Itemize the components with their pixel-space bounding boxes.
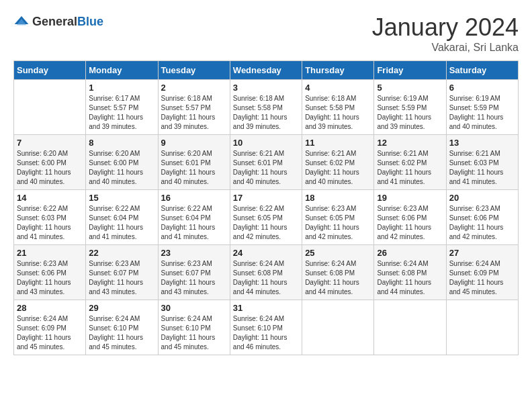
day-info: Sunrise: 6:21 AMSunset: 6:01 PMDaylight:… bbox=[233, 149, 299, 187]
day-number: 18 bbox=[305, 193, 371, 203]
day-number: 6 bbox=[449, 83, 515, 93]
logo: GeneralBlue bbox=[13, 13, 103, 30]
day-number: 2 bbox=[161, 83, 227, 93]
day-info: Sunrise: 6:21 AMSunset: 6:03 PMDaylight:… bbox=[449, 149, 515, 187]
header-tuesday: Tuesday bbox=[158, 61, 230, 80]
day-cell: 9Sunrise: 6:20 AMSunset: 6:01 PMDaylight… bbox=[158, 135, 230, 190]
day-cell bbox=[14, 80, 86, 135]
day-number: 22 bbox=[89, 248, 154, 258]
day-number: 19 bbox=[377, 193, 443, 203]
day-number: 7 bbox=[17, 138, 83, 148]
day-cell bbox=[446, 300, 518, 355]
day-number: 23 bbox=[161, 248, 227, 258]
day-cell: 11Sunrise: 6:21 AMSunset: 6:02 PMDayligh… bbox=[302, 135, 374, 190]
week-row-2: 7Sunrise: 6:20 AMSunset: 6:00 PMDaylight… bbox=[14, 135, 519, 190]
day-number: 28 bbox=[17, 303, 83, 313]
day-cell bbox=[302, 300, 374, 355]
day-info: Sunrise: 6:19 AMSunset: 5:59 PMDaylight:… bbox=[449, 94, 515, 132]
day-number: 21 bbox=[17, 248, 83, 258]
day-number: 9 bbox=[161, 138, 227, 148]
day-info: Sunrise: 6:24 AMSunset: 6:10 PMDaylight:… bbox=[233, 314, 299, 352]
day-cell: 6Sunrise: 6:19 AMSunset: 5:59 PMDaylight… bbox=[446, 80, 518, 135]
day-cell: 26Sunrise: 6:24 AMSunset: 6:08 PMDayligh… bbox=[374, 245, 446, 300]
day-cell: 7Sunrise: 6:20 AMSunset: 6:00 PMDaylight… bbox=[14, 135, 86, 190]
day-cell: 12Sunrise: 6:21 AMSunset: 6:02 PMDayligh… bbox=[374, 135, 446, 190]
day-info: Sunrise: 6:24 AMSunset: 6:10 PMDaylight:… bbox=[161, 314, 227, 352]
day-cell: 1Sunrise: 6:17 AMSunset: 5:57 PMDaylight… bbox=[86, 80, 158, 135]
day-cell: 23Sunrise: 6:23 AMSunset: 6:07 PMDayligh… bbox=[158, 245, 230, 300]
day-cell: 25Sunrise: 6:24 AMSunset: 6:08 PMDayligh… bbox=[302, 245, 374, 300]
day-info: Sunrise: 6:22 AMSunset: 6:04 PMDaylight:… bbox=[161, 204, 227, 242]
day-number: 15 bbox=[89, 193, 154, 203]
day-cell: 22Sunrise: 6:23 AMSunset: 6:07 PMDayligh… bbox=[86, 245, 158, 300]
day-info: Sunrise: 6:18 AMSunset: 5:58 PMDaylight:… bbox=[233, 94, 299, 132]
day-cell: 21Sunrise: 6:23 AMSunset: 6:06 PMDayligh… bbox=[14, 245, 86, 300]
day-cell: 29Sunrise: 6:24 AMSunset: 6:10 PMDayligh… bbox=[86, 300, 158, 355]
day-info: Sunrise: 6:24 AMSunset: 6:08 PMDaylight:… bbox=[233, 259, 299, 297]
day-info: Sunrise: 6:24 AMSunset: 6:08 PMDaylight:… bbox=[305, 259, 371, 297]
day-info: Sunrise: 6:24 AMSunset: 6:10 PMDaylight:… bbox=[89, 314, 154, 352]
day-info: Sunrise: 6:24 AMSunset: 6:09 PMDaylight:… bbox=[17, 314, 83, 352]
day-cell: 2Sunrise: 6:18 AMSunset: 5:57 PMDaylight… bbox=[158, 80, 230, 135]
day-number: 17 bbox=[233, 193, 299, 203]
day-cell: 15Sunrise: 6:22 AMSunset: 6:04 PMDayligh… bbox=[86, 190, 158, 245]
day-info: Sunrise: 6:17 AMSunset: 5:57 PMDaylight:… bbox=[89, 94, 154, 132]
page-header: GeneralBlue January 2024 Vakarai, Sri La… bbox=[13, 13, 519, 54]
day-number: 12 bbox=[377, 138, 443, 148]
day-cell: 3Sunrise: 6:18 AMSunset: 5:58 PMDaylight… bbox=[230, 80, 302, 135]
day-number: 13 bbox=[449, 138, 515, 148]
day-cell: 8Sunrise: 6:20 AMSunset: 6:00 PMDaylight… bbox=[86, 135, 158, 190]
day-cell bbox=[374, 300, 446, 355]
day-number: 14 bbox=[17, 193, 83, 203]
day-info: Sunrise: 6:23 AMSunset: 6:06 PMDaylight:… bbox=[17, 259, 83, 297]
day-cell: 14Sunrise: 6:22 AMSunset: 6:03 PMDayligh… bbox=[14, 190, 86, 245]
week-row-5: 28Sunrise: 6:24 AMSunset: 6:09 PMDayligh… bbox=[14, 300, 519, 355]
day-info: Sunrise: 6:23 AMSunset: 6:06 PMDaylight:… bbox=[377, 204, 443, 242]
day-info: Sunrise: 6:22 AMSunset: 6:03 PMDaylight:… bbox=[17, 204, 83, 242]
week-row-1: 1Sunrise: 6:17 AMSunset: 5:57 PMDaylight… bbox=[14, 80, 519, 135]
day-info: Sunrise: 6:18 AMSunset: 5:58 PMDaylight:… bbox=[305, 94, 371, 132]
day-cell: 13Sunrise: 6:21 AMSunset: 6:03 PMDayligh… bbox=[446, 135, 518, 190]
day-info: Sunrise: 6:20 AMSunset: 6:00 PMDaylight:… bbox=[89, 149, 154, 187]
day-number: 20 bbox=[449, 193, 515, 203]
header-monday: Monday bbox=[86, 61, 158, 80]
day-cell: 27Sunrise: 6:24 AMSunset: 6:09 PMDayligh… bbox=[446, 245, 518, 300]
day-cell: 28Sunrise: 6:24 AMSunset: 6:09 PMDayligh… bbox=[14, 300, 86, 355]
day-number: 11 bbox=[305, 138, 371, 148]
header-wednesday: Wednesday bbox=[230, 61, 302, 80]
logo-icon bbox=[13, 13, 30, 30]
day-cell: 20Sunrise: 6:23 AMSunset: 6:06 PMDayligh… bbox=[446, 190, 518, 245]
week-row-3: 14Sunrise: 6:22 AMSunset: 6:03 PMDayligh… bbox=[14, 190, 519, 245]
day-cell: 30Sunrise: 6:24 AMSunset: 6:10 PMDayligh… bbox=[158, 300, 230, 355]
day-info: Sunrise: 6:20 AMSunset: 6:01 PMDaylight:… bbox=[161, 149, 227, 187]
day-number: 16 bbox=[161, 193, 227, 203]
day-info: Sunrise: 6:21 AMSunset: 6:02 PMDaylight:… bbox=[305, 149, 371, 187]
day-info: Sunrise: 6:19 AMSunset: 5:59 PMDaylight:… bbox=[377, 94, 443, 132]
day-cell: 19Sunrise: 6:23 AMSunset: 6:06 PMDayligh… bbox=[374, 190, 446, 245]
day-info: Sunrise: 6:18 AMSunset: 5:57 PMDaylight:… bbox=[161, 94, 227, 132]
day-number: 5 bbox=[377, 83, 443, 93]
day-info: Sunrise: 6:23 AMSunset: 6:07 PMDaylight:… bbox=[161, 259, 227, 297]
logo-blue: Blue bbox=[77, 15, 103, 28]
day-cell: 10Sunrise: 6:21 AMSunset: 6:01 PMDayligh… bbox=[230, 135, 302, 190]
day-number: 1 bbox=[89, 83, 154, 93]
day-cell: 4Sunrise: 6:18 AMSunset: 5:58 PMDaylight… bbox=[302, 80, 374, 135]
day-info: Sunrise: 6:23 AMSunset: 6:07 PMDaylight:… bbox=[89, 259, 154, 297]
day-cell: 24Sunrise: 6:24 AMSunset: 6:08 PMDayligh… bbox=[230, 245, 302, 300]
day-info: Sunrise: 6:23 AMSunset: 6:05 PMDaylight:… bbox=[305, 204, 371, 242]
day-number: 4 bbox=[305, 83, 371, 93]
day-number: 30 bbox=[161, 303, 227, 313]
day-number: 31 bbox=[233, 303, 299, 313]
day-number: 29 bbox=[89, 303, 154, 313]
header-sunday: Sunday bbox=[14, 61, 86, 80]
day-info: Sunrise: 6:20 AMSunset: 6:00 PMDaylight:… bbox=[17, 149, 83, 187]
day-info: Sunrise: 6:22 AMSunset: 6:05 PMDaylight:… bbox=[233, 204, 299, 242]
day-cell: 17Sunrise: 6:22 AMSunset: 6:05 PMDayligh… bbox=[230, 190, 302, 245]
week-row-4: 21Sunrise: 6:23 AMSunset: 6:06 PMDayligh… bbox=[14, 245, 519, 300]
day-cell: 31Sunrise: 6:24 AMSunset: 6:10 PMDayligh… bbox=[230, 300, 302, 355]
day-info: Sunrise: 6:24 AMSunset: 6:09 PMDaylight:… bbox=[449, 259, 515, 297]
subtitle: Vakarai, Sri Lanka bbox=[372, 42, 519, 54]
calendar-table: SundayMondayTuesdayWednesdayThursdayFrid… bbox=[13, 60, 519, 355]
day-number: 3 bbox=[233, 83, 299, 93]
day-number: 24 bbox=[233, 248, 299, 258]
